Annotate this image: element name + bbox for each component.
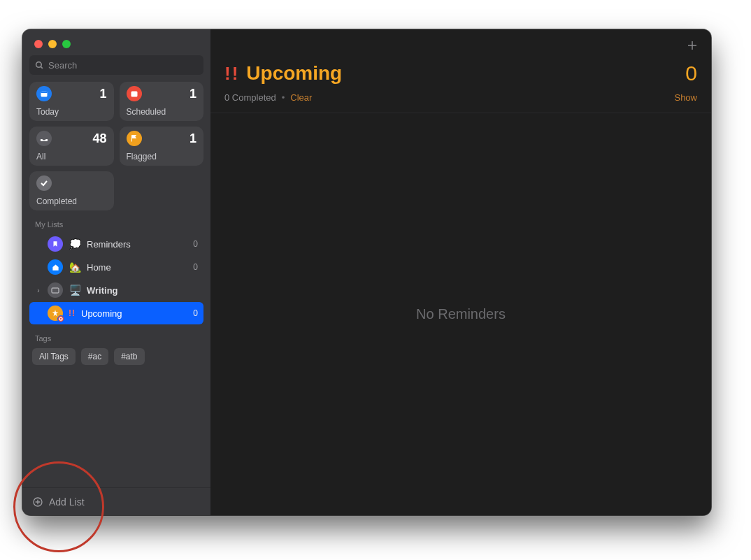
svg-point-6 [59, 317, 62, 320]
smart-today[interactable]: 1 Today [29, 82, 114, 121]
add-list-label: Add List [49, 496, 85, 508]
svg-rect-3 [41, 92, 48, 94]
title-row: !! Upcoming 0 [210, 62, 711, 89]
empty-state: No Reminders [210, 113, 711, 515]
minimize-window-button[interactable] [48, 40, 57, 48]
calendar-today-icon [36, 86, 52, 101]
smart-today-label: Today [36, 107, 107, 117]
new-reminder-button[interactable] [686, 39, 699, 52]
bookmark-icon [48, 236, 63, 252]
smart-flagged-count: 1 [189, 131, 196, 146]
my-lists: 💭 Reminders 0 🏡 Home 0 › [22, 231, 210, 324]
add-list-button[interactable]: Add List [22, 487, 210, 515]
empty-state-label: No Reminders [416, 306, 506, 322]
list-total-count: 0 [685, 62, 697, 85]
completed-count-label: 0 Completed [224, 92, 276, 103]
list-label: Reminders [87, 239, 131, 250]
my-lists-header: My Lists [22, 210, 210, 231]
search-icon [35, 61, 44, 70]
svg-rect-4 [131, 92, 137, 97]
smart-completed[interactable]: Completed [29, 171, 114, 210]
svg-line-1 [41, 66, 43, 69]
list-title: Upcoming [246, 62, 342, 85]
completed-bar: 0 Completed • Clear Show [210, 89, 711, 113]
folder-icon [48, 282, 63, 298]
priority-icon: !! [69, 308, 76, 318]
smart-scheduled-label: Scheduled [127, 107, 197, 117]
smart-lists: 1 Today 1 Scheduled [22, 82, 210, 210]
priority-icon: !! [224, 63, 239, 85]
list-count: 0 [193, 308, 198, 318]
checkmark-icon [36, 175, 52, 191]
list-home[interactable]: 🏡 Home 0 [29, 256, 203, 278]
tag-atb[interactable]: #atb [114, 348, 144, 365]
tags-row: All Tags #ac #atb [22, 345, 210, 368]
show-button[interactable]: Show [674, 92, 697, 103]
list-emoji: 💭 [69, 238, 81, 250]
clear-button[interactable]: Clear [290, 92, 312, 103]
window-controls [22, 29, 210, 55]
flag-icon [127, 131, 142, 146]
fullscreen-window-button[interactable] [62, 40, 71, 48]
search-field[interactable] [29, 55, 203, 75]
chevron-right-icon[interactable]: › [35, 287, 42, 294]
house-icon [48, 259, 63, 275]
list-label: Home [87, 262, 111, 273]
plus-circle-icon [32, 496, 43, 508]
list-upcoming[interactable]: !! Upcoming 0 [29, 302, 203, 324]
main-pane: !! Upcoming 0 0 Completed • Clear Show N… [210, 29, 711, 515]
tags-header: Tags [22, 324, 210, 345]
smart-all-label: All [36, 152, 107, 161]
smart-today-count: 1 [99, 87, 106, 101]
calendar-icon [127, 86, 142, 101]
separator: • [282, 92, 285, 103]
svg-rect-5 [52, 288, 59, 293]
list-label: Upcoming [81, 308, 122, 319]
sidebar: 1 Today 1 Scheduled [22, 29, 210, 515]
search-input[interactable] [48, 60, 198, 71]
app-window: 1 Today 1 Scheduled [22, 29, 711, 515]
smart-list-icon [48, 306, 63, 321]
smart-all[interactable]: 48 All [29, 127, 114, 166]
tag-ac[interactable]: #ac [81, 348, 108, 365]
tray-icon [36, 131, 52, 146]
smart-completed-label: Completed [36, 196, 107, 206]
smart-flagged[interactable]: 1 Flagged [120, 127, 204, 166]
list-reminders[interactable]: 💭 Reminders 0 [29, 233, 203, 255]
svg-point-0 [36, 62, 42, 67]
list-label: Writing [87, 285, 118, 296]
smart-scheduled-count: 1 [189, 87, 196, 101]
smart-all-count: 48 [92, 131, 106, 146]
list-emoji: 🏡 [69, 261, 81, 273]
smart-flagged-label: Flagged [127, 152, 197, 161]
smart-scheduled[interactable]: 1 Scheduled [120, 82, 204, 121]
close-window-button[interactable] [34, 40, 43, 48]
tag-all[interactable]: All Tags [32, 348, 76, 365]
list-emoji: 🖥️ [69, 285, 81, 296]
list-count: 0 [193, 262, 198, 272]
list-count: 0 [193, 239, 198, 249]
list-writing-folder[interactable]: › 🖥️ Writing [29, 279, 203, 301]
